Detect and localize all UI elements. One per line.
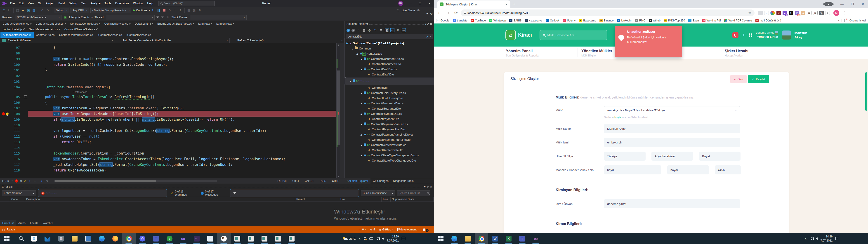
tree-item[interactable]: ContractPaymentPlanLineDto [345, 137, 434, 142]
form-input[interactable] [715, 165, 741, 175]
editor-gutter[interactable] [0, 79, 10, 84]
form-input[interactable] [699, 152, 741, 161]
taskbar-app[interactable] [434, 233, 447, 244]
save-icon[interactable]: ▣ [26, 8, 31, 12]
taskbar-app[interactable] [81, 233, 95, 244]
tree-item[interactable]: Solution 'Renter' (24 of 24 projects) [345, 41, 434, 46]
back-button[interactable]: ←Geri [730, 75, 747, 83]
continue-button[interactable]: Continue▾ [133, 8, 150, 12]
taskbar-app[interactable] [108, 233, 122, 244]
bookmark-tool-icon[interactable]: ⚑ [197, 8, 202, 12]
browser-tab[interactable]: ⌂ Sözleşme Oluştur | Kiracı ✕ [437, 0, 510, 8]
menu-item[interactable]: Build [56, 0, 67, 7]
taskbar-app[interactable]: ∞ [529, 233, 542, 244]
taskbar-app[interactable] [217, 233, 230, 244]
tree-item[interactable]: ContractDocumentDto [345, 61, 434, 67]
ex-fi[interactable]: fi [789, 11, 793, 15]
tab-list-icon[interactable]: ▾ [427, 12, 428, 16]
editor-gutter[interactable] [0, 50, 10, 56]
error-list-search[interactable]: Search Error List [397, 190, 430, 196]
tree-item[interactable]: ContractFieldHistoryDto [345, 96, 434, 101]
lightbulb-icon[interactable] [6, 113, 8, 115]
panel-tab[interactable]: Watch 1 [40, 220, 55, 226]
codelens-references[interactable]: 0 references [28, 91, 87, 93]
nav-forward-icon[interactable]: → [39, 179, 43, 183]
panel-tab[interactable]: Error List [0, 220, 16, 226]
taskbar-app[interactable] [41, 233, 54, 244]
unauthorized-toast[interactable]: UnauthorizedUser Bu Yönetici Şirket için… [615, 26, 682, 57]
bookmark-item[interactable]: IM IMDb Top 250 [664, 19, 685, 22]
editor-gutter[interactable] [0, 145, 10, 150]
panel-tab[interactable]: Autos [16, 220, 28, 226]
properties-gear-icon[interactable]: ⚙ [396, 28, 400, 32]
breakpoint-icon[interactable] [2, 112, 5, 116]
editor-gutter[interactable] [0, 150, 10, 156]
errors-filter-button[interactable]: ✕0 Errors [38, 189, 167, 197]
bookmark-item[interactable]: S SABİS [509, 19, 522, 22]
editor-tool-icon[interactable]: ▧ [187, 8, 191, 12]
live-share-label[interactable]: Live Share [401, 9, 415, 12]
undo-icon[interactable]: ↶ [40, 8, 44, 12]
breadcrumb-segment[interactable]: Renter.AuthServer▾ [0, 38, 115, 43]
maximize-icon[interactable]: ▢ [415, 0, 425, 7]
ex-translate[interactable]: G [764, 11, 769, 15]
taskbar-app[interactable] [68, 233, 81, 244]
document-tab[interactable]: Detail.cshtml [132, 21, 155, 26]
github-repo-button[interactable]: ◈GitHub▴ [379, 228, 393, 231]
step-out-icon[interactable]: ↑ [178, 8, 182, 12]
tree-item[interactable]: ContractGuarantorDto [345, 106, 434, 111]
user-avatar[interactable] [782, 30, 791, 39]
search-options-icon[interactable]: ▾ [430, 35, 431, 38]
person-add-icon[interactable]: ⚉ [416, 8, 421, 12]
bookmark-item[interactable]: G Google [436, 19, 450, 22]
weather-widget[interactable]: 28°C [343, 237, 356, 240]
pin-icon[interactable] [98, 23, 100, 24]
dock-tab[interactable]: Solution Explorer [344, 178, 370, 184]
editor-scrollbar[interactable]: ▲ ▼ [336, 43, 340, 178]
error-count-icon[interactable]: ✕ [15, 179, 18, 183]
ex-pocket[interactable]: P16 [795, 11, 799, 15]
editor-gutter[interactable] [0, 62, 10, 67]
form-input[interactable] [604, 152, 646, 161]
flag-icon[interactable]: ⚐ [165, 16, 169, 20]
clear-search-icon[interactable]: ✕ [426, 35, 428, 38]
taskbar-app[interactable]: ▦ [54, 233, 68, 244]
filter2-icon[interactable] [161, 17, 164, 18]
editor-gutter[interactable] [0, 105, 10, 111]
se-forward-icon[interactable]: → [351, 29, 355, 32]
save-button[interactable]: ✓Kaydet [748, 75, 769, 83]
preview-icon[interactable]: — [402, 28, 406, 32]
bookmark-item[interactable]: W Word to Pdf [702, 19, 721, 22]
document-tab[interactable]: ContractService.cs [102, 21, 132, 26]
apps-grid-icon[interactable] [749, 33, 752, 37]
editor-gutter[interactable] [0, 133, 10, 139]
taskbar-app[interactable]: ↓ [163, 233, 176, 244]
pin-icon[interactable] [129, 23, 131, 24]
tree-item[interactable]: ContractStateTypeChangeLogDto.cs [345, 153, 434, 158]
menu-item[interactable]: File [8, 0, 17, 7]
comment-tool-icon[interactable]: ▨ [192, 8, 196, 12]
editor-gutter[interactable] [0, 156, 10, 162]
error-source-dropdown[interactable]: Build + IntelliSense▾ [361, 190, 395, 196]
tree-item[interactable]: ContractFieldHistoryDto.cs [345, 90, 434, 96]
close-tab-icon[interactable]: ✕ [29, 33, 31, 37]
action-center-icon[interactable] [835, 237, 839, 240]
tree-item[interactable]: ContractPaymentPlanDto.cs [345, 122, 434, 127]
kiraci-logo-icon[interactable]: ⌂ [505, 30, 516, 40]
menu-item[interactable]: Extensions [113, 0, 131, 7]
document-tab[interactable]: ContractsController.cs [68, 21, 102, 26]
ex-shield[interactable]: U [776, 11, 781, 15]
editor-gutter[interactable] [0, 94, 10, 100]
taskbar-clock[interactable]: 14:297.07.2021 [387, 235, 399, 243]
editor-gutter[interactable] [0, 67, 10, 73]
se-back-icon[interactable]: ← [346, 29, 350, 32]
editor-zoom-dropdown[interactable]: 110 % [2, 179, 9, 183]
taskbar-app[interactable]: ᗣ [135, 233, 149, 244]
bookmark-star-icon[interactable]: ☆ [748, 11, 751, 15]
warnings-filter-button[interactable]: ⚠0 of 13 Warnings [169, 190, 197, 196]
minimize-icon[interactable]: — [837, 2, 847, 6]
add-icon[interactable]: + [742, 32, 745, 38]
mulk-select[interactable]: emlakçı bir - Bayat/Afyonkarahisar/Türki… [604, 106, 740, 114]
menu-item[interactable]: Help [145, 0, 155, 7]
bookmark-item[interactable]: O Outlook [546, 19, 559, 22]
